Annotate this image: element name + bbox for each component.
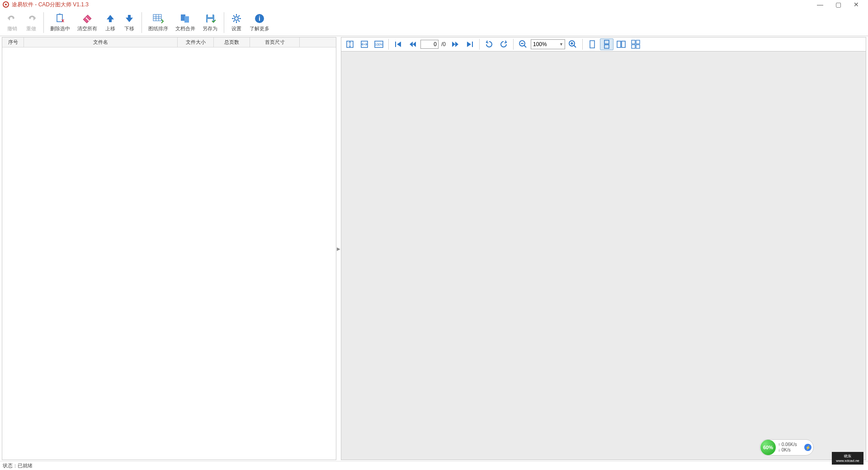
close-button[interactable]: ✕ [847, 1, 865, 8]
zoom-in-button[interactable] [566, 38, 580, 50]
app-icon [3, 1, 9, 8]
zoom-select[interactable]: 100%▼ [531, 39, 565, 49]
status-bar: 状态：已就绪 [0, 461, 868, 470]
minimize-button[interactable]: — [811, 1, 829, 8]
fit-height-button[interactable] [343, 38, 357, 50]
svg-point-14 [235, 17, 238, 20]
settings-label: 设置 [231, 25, 241, 32]
panel-splitter[interactable]: ▶ [336, 36, 341, 461]
chevron-down-icon: ▼ [559, 42, 563, 47]
redo-button[interactable]: 重做 [22, 12, 41, 33]
sort-grid-icon [152, 13, 164, 24]
svg-rect-39 [604, 40, 609, 44]
svg-rect-38 [590, 41, 594, 48]
single-page-button[interactable] [585, 38, 599, 50]
title-bar: 途易软件 - CAD分图大师 V1.1.3 — ▢ ✕ [0, 0, 868, 9]
table-header-row: 序号 文件名 文件大小 总页数 首页尺寸 [2, 38, 336, 47]
ribbon-separator [142, 12, 142, 33]
learn-more-label: 了解更多 [250, 25, 269, 32]
svg-rect-41 [617, 41, 621, 47]
save-icon [204, 13, 216, 24]
delete-selected-button[interactable]: x 删除选中 [47, 12, 74, 33]
zoom-out-button[interactable] [516, 38, 530, 50]
svg-line-37 [574, 45, 576, 47]
merge-docs-icon [179, 13, 191, 24]
sort-drawings-label: 图纸排序 [148, 25, 168, 32]
ribbon-toolbar: 撤销 重做 x 删除选中 清空所有 上移 下移 图纸排序 文档合并 另存为 设置… [0, 9, 868, 36]
two-page-button[interactable] [614, 38, 628, 50]
move-up-button[interactable]: 上移 [101, 12, 120, 33]
svg-line-21 [233, 20, 235, 22]
arrow-down-icon [123, 13, 135, 24]
upload-speed-label: ↑ 0.06K/s [778, 442, 804, 447]
svg-rect-4 [153, 14, 161, 21]
watermark: 晓东 www.xdcad.ne [832, 452, 863, 465]
network-monitor-widget[interactable]: 60% ↑ 0.06K/s ↓ 0K/s ⚡ [760, 439, 814, 456]
accelerator-icon[interactable]: ⚡ [804, 444, 811, 451]
svg-rect-30 [472, 42, 473, 47]
column-filesize[interactable]: 文件大小 [178, 38, 214, 47]
column-pages[interactable]: 总页数 [214, 38, 250, 47]
info-icon: i [254, 13, 265, 24]
rotate-left-button[interactable] [482, 38, 496, 50]
viewer-canvas[interactable] [341, 52, 866, 460]
svg-line-20 [238, 20, 240, 22]
network-speeds: ↑ 0.06K/s ↓ 0K/s [776, 442, 804, 453]
last-page-button[interactable] [463, 38, 476, 50]
svg-rect-45 [632, 45, 635, 48]
page-number-input[interactable] [420, 40, 439, 49]
toolbar-separator [582, 39, 583, 50]
svg-text:x: x [61, 18, 65, 23]
svg-rect-43 [632, 40, 635, 44]
svg-point-1 [5, 4, 7, 5]
column-filename[interactable]: 文件名 [24, 38, 178, 47]
continuous-page-button[interactable] [600, 38, 613, 50]
delete-file-icon: x [54, 13, 66, 24]
zoom-value-label: 100% [533, 41, 547, 47]
merge-docs-label: 文档合并 [175, 25, 195, 32]
page-total-label: /0 [441, 41, 446, 47]
first-page-button[interactable] [392, 38, 405, 50]
next-page-button[interactable] [448, 38, 462, 50]
column-index[interactable]: 序号 [2, 38, 24, 47]
svg-line-22 [238, 15, 240, 17]
move-down-button[interactable]: 下移 [120, 12, 139, 33]
window-title: 途易软件 - CAD分图大师 V1.1.3 [12, 1, 89, 9]
rotate-right-button[interactable] [497, 38, 510, 50]
table-body [2, 47, 336, 460]
maximize-button[interactable]: ▢ [829, 1, 847, 8]
preview-panel: 100% /0 100%▼ [341, 37, 866, 460]
svg-rect-44 [636, 40, 640, 44]
ribbon-separator [224, 12, 224, 33]
merge-docs-button[interactable]: 文档合并 [172, 12, 199, 33]
column-first-page-size[interactable]: 首页尺寸 [250, 38, 300, 47]
cpu-usage-ball: 60% [760, 440, 776, 455]
toolbar-separator [513, 39, 514, 50]
svg-rect-12 [208, 14, 212, 17]
save-as-button[interactable]: 另存为 [199, 12, 221, 33]
status-text: 状态：已就绪 [3, 462, 33, 469]
column-blank[interactable] [300, 38, 336, 47]
zoom-100-button[interactable]: 100% [372, 38, 386, 50]
svg-rect-40 [604, 45, 609, 48]
watermark-line2: www.xdcad.ne [836, 459, 859, 463]
fit-width-button[interactable] [358, 38, 371, 50]
viewer-toolbar: 100% /0 100%▼ [341, 37, 866, 52]
download-speed-label: ↓ 0K/s [778, 447, 804, 453]
toolbar-separator [388, 39, 389, 50]
two-page-continuous-button[interactable] [629, 38, 642, 50]
content-area: 序号 文件名 文件大小 总页数 首页尺寸 ▶ 100% /0 [0, 36, 868, 461]
sort-drawings-button[interactable]: 图纸排序 [145, 12, 172, 33]
redo-label: 重做 [26, 25, 36, 32]
redo-icon [25, 13, 37, 24]
undo-icon [6, 13, 18, 24]
settings-button[interactable]: 设置 [227, 12, 246, 33]
clear-all-button[interactable]: 清空所有 [74, 12, 101, 33]
ribbon-separator [43, 12, 44, 33]
undo-button[interactable]: 撤销 [3, 12, 22, 33]
splitter-grip-icon: ▶ [337, 246, 340, 251]
gear-icon [231, 13, 242, 24]
learn-more-button[interactable]: i 了解更多 [246, 12, 273, 33]
prev-page-button[interactable] [406, 38, 420, 50]
svg-text:i: i [259, 15, 260, 22]
